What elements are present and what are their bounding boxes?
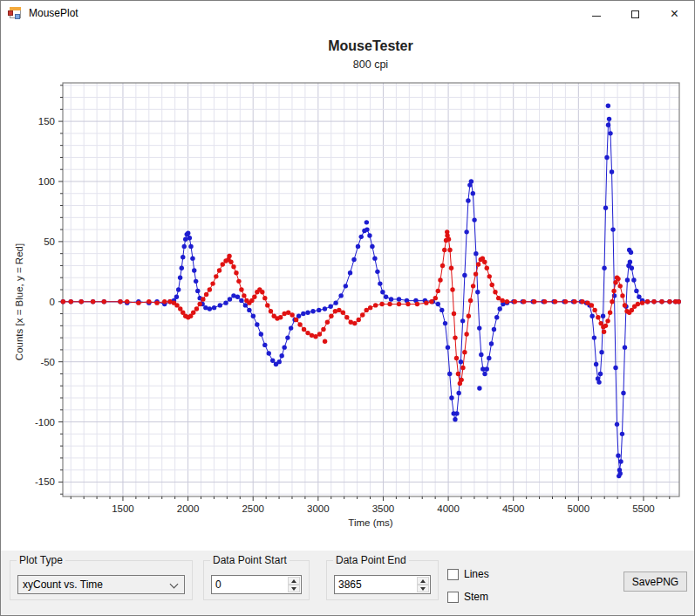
data-point-start-groupbox: Data Point Start xyxy=(203,560,310,600)
svg-text:1500: 1500 xyxy=(112,503,134,514)
svg-text:5500: 5500 xyxy=(632,503,655,514)
spin-up-button[interactable] xyxy=(417,577,429,585)
x-axis-title: Time (ms) xyxy=(348,517,392,528)
svg-text:2000: 2000 xyxy=(177,503,200,514)
chevron-down-icon xyxy=(170,580,179,589)
lines-checkbox-row: Lines xyxy=(447,568,489,580)
control-strip: Plot Type xyCount vs. Time Data Point St… xyxy=(1,551,695,616)
window-title: MousePlot xyxy=(29,7,78,19)
svg-text:5000: 5000 xyxy=(568,503,590,514)
svg-text:100: 100 xyxy=(38,176,55,187)
close-button[interactable]: × xyxy=(655,1,694,27)
stem-checkbox-label: Stem xyxy=(464,591,488,603)
svg-text:150: 150 xyxy=(38,116,55,127)
svg-text:50: 50 xyxy=(44,236,55,247)
save-png-button[interactable]: SavePNG xyxy=(623,572,687,592)
lines-checkbox-label: Lines xyxy=(464,568,489,580)
maximize-button[interactable] xyxy=(616,1,655,27)
arrow-up-icon xyxy=(420,579,426,583)
data-point-end-groupbox: Data Point End xyxy=(326,560,439,600)
svg-text:2500: 2500 xyxy=(242,503,264,514)
plot-type-value: xyCount vs. Time xyxy=(23,578,103,591)
maximize-icon xyxy=(631,10,639,18)
plot-type-select[interactable]: xyCount vs. Time xyxy=(17,575,185,594)
xy-count-chart: MouseTester 800 cpi 15002000250030003500… xyxy=(1,27,695,551)
spin-down-button[interactable] xyxy=(288,585,300,592)
app-icon-red-square xyxy=(8,10,13,16)
lines-checkbox[interactable] xyxy=(447,569,459,580)
stem-checkbox-row: Stem xyxy=(447,591,488,603)
svg-text:-150: -150 xyxy=(35,476,55,487)
spin-down-button[interactable] xyxy=(417,585,429,592)
chart-area: MouseTester 800 cpi 15002000250030003500… xyxy=(1,27,695,551)
y-axis-title: Counts [x = Blue, y = Red] xyxy=(14,243,24,360)
data-point-end-input[interactable] xyxy=(335,576,415,593)
spin-up-button[interactable] xyxy=(288,577,300,585)
data-point-start-input[interactable] xyxy=(212,576,286,593)
data-point-start-stepper xyxy=(211,575,302,594)
svg-text:-50: -50 xyxy=(40,357,55,367)
svg-text:4000: 4000 xyxy=(437,503,460,514)
minimize-icon xyxy=(592,16,601,17)
minimize-button[interactable] xyxy=(576,1,616,27)
data-point-end-spin xyxy=(416,576,430,593)
data-point-end-label: Data Point End xyxy=(333,554,409,566)
close-icon: × xyxy=(671,6,678,22)
data-point-end-stepper xyxy=(334,575,431,594)
svg-text:3000: 3000 xyxy=(307,503,330,514)
data-point-start-label: Data Point Start xyxy=(210,554,290,566)
chart-title: MouseTester xyxy=(328,38,413,53)
app-window: MousePlot × MouseTester 800 cpi 15002000… xyxy=(0,0,695,616)
stem-checkbox[interactable] xyxy=(447,592,459,603)
chart-subtitle: 800 cpi xyxy=(353,58,388,71)
titlebar: MousePlot × xyxy=(1,1,694,27)
svg-text:3500: 3500 xyxy=(372,503,395,514)
svg-text:0: 0 xyxy=(50,297,55,307)
app-icon xyxy=(8,7,22,20)
arrow-down-icon xyxy=(420,587,426,591)
svg-text:4500: 4500 xyxy=(502,503,525,514)
plot-type-groupbox: Plot Type xyCount vs. Time xyxy=(10,560,193,600)
arrow-down-icon xyxy=(291,587,296,591)
arrow-up-icon xyxy=(291,579,296,583)
svg-text:-100: -100 xyxy=(35,417,55,428)
app-icon-blue-square xyxy=(15,14,20,19)
data-point-start-spin xyxy=(287,576,301,593)
plot-type-label: Plot Type xyxy=(17,554,65,566)
